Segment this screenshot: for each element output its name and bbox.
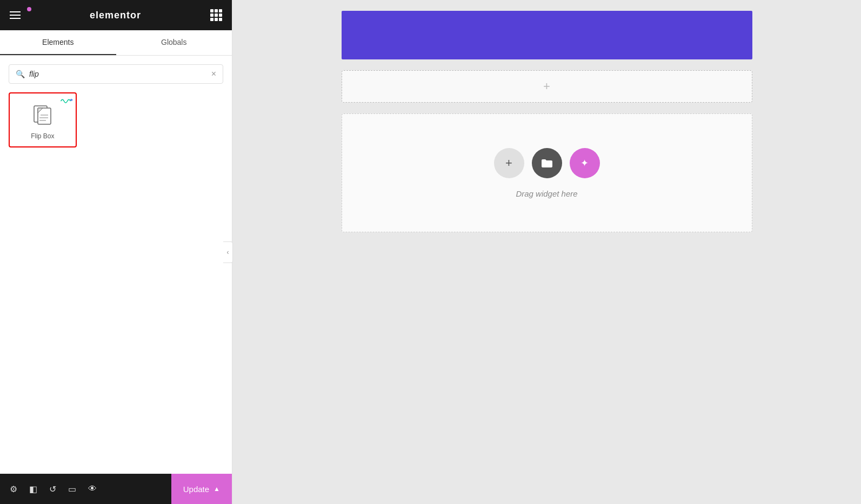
search-icon: 🔍 (16, 70, 25, 78)
flip-box-label: Flip Box (31, 132, 54, 140)
sidebar-tabs: Elements Globals (0, 30, 232, 56)
toolbar-left-icons: ⚙ ◧ ↺ ▭ 👁 (0, 484, 171, 494)
tab-globals[interactable]: Globals (116, 30, 232, 55)
elementor-logo: elementor (90, 10, 141, 21)
preview-icon[interactable]: 👁 (88, 484, 97, 494)
grid-menu-icon[interactable] (210, 9, 222, 21)
update-chevron-icon: ▲ (213, 485, 220, 493)
canvas: + + ✦ Drag widget here (232, 0, 861, 504)
pro-badge-icon (60, 96, 73, 106)
add-widget-button[interactable]: + (494, 148, 524, 178)
canvas-inner: + + ✦ Drag widget here (331, 0, 763, 243)
add-section-icon: + (543, 79, 550, 93)
widget-flip-box[interactable]: Flip Box (9, 92, 77, 147)
ai-button[interactable]: ✦ (570, 148, 600, 178)
responsive-icon[interactable]: ▭ (68, 484, 76, 494)
clear-search-icon[interactable]: × (211, 69, 216, 79)
tab-elements[interactable]: Elements (0, 30, 116, 55)
drop-buttons: + ✦ (494, 148, 600, 178)
bottom-toolbar: ⚙ ◧ ↺ ▭ 👁 Update ▲ (0, 474, 232, 504)
widget-grid: Flip Box (9, 92, 223, 147)
update-label: Update (183, 485, 209, 494)
sidebar-header: elementor (0, 0, 232, 30)
layers-icon[interactable]: ◧ (29, 484, 37, 494)
settings-icon[interactable]: ⚙ (10, 484, 17, 494)
flip-box-widget-icon (32, 102, 54, 128)
update-button[interactable]: Update ▲ (171, 474, 232, 504)
drop-zone: + ✦ Drag widget here (342, 113, 752, 232)
notification-dot (27, 7, 31, 11)
history-icon[interactable]: ↺ (49, 484, 56, 494)
sidebar-content: 🔍 × (0, 56, 232, 474)
sidebar-collapse-handle[interactable]: ‹ (223, 241, 233, 263)
purple-header-section[interactable] (342, 11, 752, 59)
add-section-button[interactable]: + (342, 70, 752, 103)
library-button[interactable] (532, 148, 562, 178)
drop-zone-text: Drag widget here (516, 189, 577, 198)
search-input[interactable] (29, 70, 207, 78)
sidebar: elementor Elements Globals 🔍 × (0, 0, 232, 504)
search-box: 🔍 × (9, 64, 223, 84)
hamburger-icon[interactable] (10, 11, 21, 19)
